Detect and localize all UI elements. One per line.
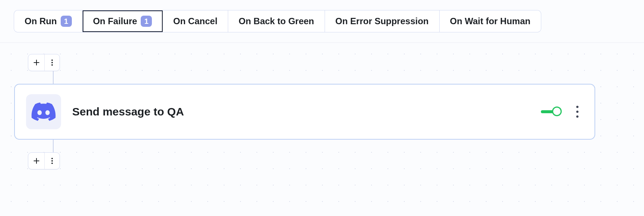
tab-on-run[interactable]: On Run 1	[14, 10, 83, 32]
step-menu-button[interactable]	[45, 54, 60, 71]
step-title: Send message to QA	[72, 105, 541, 118]
svg-point-2	[51, 60, 53, 61]
step-enabled-toggle[interactable]	[541, 107, 562, 117]
tab-label: On Wait for Human	[450, 16, 530, 26]
kebab-icon	[576, 105, 579, 118]
tab-on-error-suppression[interactable]: On Error Suppression	[325, 10, 440, 32]
tab-label: On Error Suppression	[335, 16, 429, 26]
step-card-menu-button[interactable]	[571, 104, 583, 120]
workflow-column: Send message to QA	[25, 54, 630, 169]
svg-point-11	[51, 160, 53, 162]
trigger-tab-group: On Run 1 On Failure 1 On Cancel On Back …	[14, 10, 541, 32]
kebab-icon	[48, 58, 56, 67]
tab-label: On Back to Green	[239, 16, 314, 26]
svg-point-5	[576, 106, 578, 108]
connector-line	[53, 71, 54, 84]
svg-point-4	[51, 64, 53, 66]
add-step-group-bottom	[28, 152, 60, 169]
kebab-icon	[48, 157, 56, 165]
connector-line	[53, 140, 54, 152]
add-step-group-top	[28, 54, 60, 71]
add-step-button[interactable]	[28, 54, 45, 71]
add-step-button[interactable]	[28, 153, 45, 169]
discord-icon	[31, 102, 56, 121]
tab-on-failure[interactable]: On Failure 1	[83, 10, 163, 32]
tab-badge: 1	[141, 16, 152, 27]
svg-point-10	[51, 158, 53, 159]
tab-label: On Run	[25, 16, 57, 26]
tab-header: On Run 1 On Failure 1 On Cancel On Back …	[0, 0, 644, 43]
tab-label: On Failure	[93, 16, 137, 26]
toggle-knob	[552, 107, 562, 116]
tab-on-cancel[interactable]: On Cancel	[163, 10, 228, 32]
tab-on-wait-for-human[interactable]: On Wait for Human	[440, 10, 541, 32]
tab-on-back-to-green[interactable]: On Back to Green	[228, 10, 325, 32]
svg-point-12	[51, 162, 53, 164]
step-menu-button[interactable]	[45, 153, 60, 169]
tab-badge: 1	[61, 16, 72, 27]
svg-point-6	[576, 111, 578, 113]
tab-label: On Cancel	[173, 16, 217, 26]
app-icon-container	[26, 94, 61, 129]
workflow-step-card[interactable]: Send message to QA	[14, 84, 595, 140]
plus-icon	[33, 59, 40, 66]
svg-point-7	[576, 115, 578, 118]
workflow-canvas: Send message to QA	[0, 43, 644, 216]
plus-icon	[33, 157, 40, 165]
svg-point-3	[51, 62, 53, 63]
